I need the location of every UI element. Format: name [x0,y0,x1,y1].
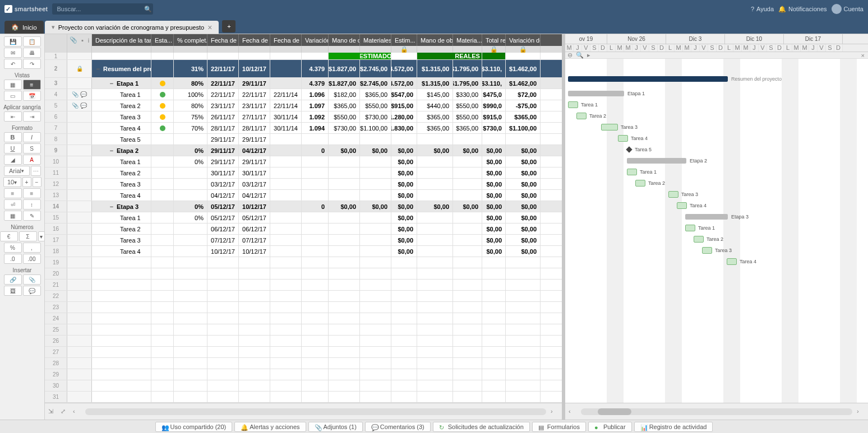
tab-close-icon[interactable]: × [207,25,212,30]
grid-row[interactable]: 12Tarea 303/12/1703/12/17$0,00$0,00$0,00 [45,179,562,190]
scroll-right-icon[interactable]: › [551,408,558,416]
cell-vf[interactable] [302,212,329,223]
gantt-row[interactable]: Tarea 4 [565,256,868,267]
cell-fe[interactable]: 29/11/17 [239,78,270,89]
dec-button[interactable]: − [33,177,41,187]
cell-mo[interactable] [329,167,360,178]
cell-matr[interactable] [453,179,482,189]
gantt-row[interactable]: Tarea 4 [565,133,868,144]
cell-desc[interactable]: Tarea 3 [92,235,151,245]
cell-est[interactable] [151,123,174,133]
save-button[interactable]: 💾 [4,36,22,46]
cell-mat[interactable]: $0,00 [360,145,391,156]
grid-row[interactable]: 18Tarea 410/12/1710/12/17$0,00$0,00$0,00 [45,246,562,257]
cell-mor[interactable] [417,156,453,167]
cell-matr[interactable] [453,190,482,201]
cell-et[interactable]: $4.572,00 [391,60,417,77]
grid-row[interactable]: 6Tarea 375%26/11/1727/11/1730/11/141.092… [45,111,562,123]
grid-row[interactable]: 8Tarea 529/11/1729/11/17 [45,134,562,145]
gantt-row[interactable]: Tarea 3 [565,122,868,133]
cell-tr[interactable]: $915,0 [482,111,506,122]
indent-button[interactable]: ⇥ [23,111,41,122]
zoom-in-icon[interactable]: 🔍 [576,52,584,59]
cell-tr[interactable]: $0,00 [482,246,506,257]
cell-desc[interactable]: Tarea 1 [92,212,151,223]
status-publish[interactable]: ●Publicar [588,422,632,432]
cell-matr[interactable]: $1.795,00 [453,78,482,89]
cell-pct[interactable] [174,246,207,257]
cell-fir[interactable] [270,78,302,89]
dec-inc-button[interactable]: .0 [4,254,22,264]
cell-est[interactable] [151,212,174,223]
cell-pct[interactable] [174,167,207,178]
cell-est[interactable] [151,235,174,245]
cell-matr[interactable]: $550,00 [453,100,482,111]
card-view-button[interactable]: ▭ [4,91,22,101]
cell-fip[interactable]: 29/11/17 [207,145,239,156]
cell-desc[interactable]: Tarea 2 [92,224,151,234]
cell-vf[interactable] [302,190,329,201]
cell-fe[interactable]: 28/11/17 [239,123,270,133]
expander-icon[interactable]: − [109,80,114,87]
cell-et[interactable]: $0,00 [391,145,417,156]
cell-matr[interactable]: $1.795,00 [453,60,482,77]
collapse-icon[interactable]: ⇲ [48,408,56,416]
grid-row-empty[interactable]: 22 [45,291,562,302]
dec-dec-button[interactable]: .00 [23,254,41,264]
cell-pct[interactable]: 31% [174,60,207,77]
status-alerts[interactable]: 🔔Alertas y acciones [234,422,306,432]
search-input[interactable] [52,3,153,15]
grid-row[interactable]: 13Tarea 404/12/1704/12/17$0,00$0,00$0,00 [45,190,562,201]
col-fir[interactable]: Fecha de inicio real [270,34,302,46]
currency-button[interactable]: € [0,231,18,241]
cell-mo[interactable] [329,179,360,189]
gantt-row[interactable]: Tarea 2 [565,178,868,189]
cell-est[interactable] [151,78,174,89]
cell-fir[interactable]: 30/11/14 [270,123,302,133]
gantt-scroll-right-icon[interactable]: › [857,408,865,416]
grid-row[interactable]: 14−Etapa 30%05/12/1710/12/170$0,00$0,00$… [45,201,562,212]
cell-mor[interactable]: $145,00 [417,89,453,100]
cell-mor[interactable] [417,179,453,189]
cell-matr[interactable]: $550,00 [453,111,482,122]
cell-matr[interactable] [453,156,482,167]
grid-row[interactable]: 3−Etapa 180%22/11/1729/11/174.379$1.827,… [45,78,562,89]
cell-mo[interactable]: $182,00 [329,89,360,100]
grid-row-empty[interactable]: 24 [45,313,562,324]
cell-mo[interactable]: $1.827,00 [329,60,360,77]
gantt-row[interactable]: Tarea 3 [565,189,868,200]
cell-mat[interactable] [360,224,391,234]
cell-mat[interactable] [360,167,391,178]
cell-tr[interactable]: $0,00 [482,145,506,156]
status-forms[interactable]: ▤Formularios [532,422,586,432]
cell-desc[interactable]: Tarea 3 [92,179,151,189]
cell-mor[interactable] [417,167,453,178]
cell-pct[interactable] [174,190,207,201]
cell-mat[interactable] [360,179,391,189]
grid-row-empty[interactable]: 23 [45,302,562,313]
cell-vp[interactable]: $1.100,00 [506,123,541,133]
cell-vp[interactable]: $1.462,00 [506,60,541,77]
italic-button[interactable]: I [23,132,41,142]
cell-matr[interactable]: $365,00 [453,123,482,133]
cell-tr[interactable] [482,134,506,145]
gantt-bar[interactable]: Tarea 1 [627,169,637,175]
grid-row-empty[interactable]: 19 [45,257,562,268]
cell-fir[interactable] [270,224,302,234]
thousands-button[interactable]: , [23,243,41,253]
gantt-bar[interactable]: Tarea 3 [668,191,678,198]
cell-pct[interactable]: 100% [174,89,207,100]
cell-fe[interactable]: 22/11/17 [239,89,270,100]
undo-button[interactable]: ↶ [4,59,22,69]
cell-fir[interactable]: 22/11/14 [270,100,302,111]
gantt-bar[interactable]: Tarea 3 [601,124,618,131]
cell-fip[interactable]: 06/12/17 [207,224,239,234]
cell-vf[interactable]: 1.094 [302,123,329,133]
cell-desc[interactable]: −Resumen del proyecto [92,60,151,77]
col-mor[interactable]: Mano de obra real [417,34,453,46]
cell-mor[interactable]: $1.315,00 [417,60,453,77]
cell-et[interactable]: $0,00 [391,179,417,189]
cell-fip[interactable]: 10/12/17 [207,246,239,257]
cell-fip[interactable]: 29/11/17 [207,156,239,167]
cell-fip[interactable]: 07/12/17 [207,235,239,245]
